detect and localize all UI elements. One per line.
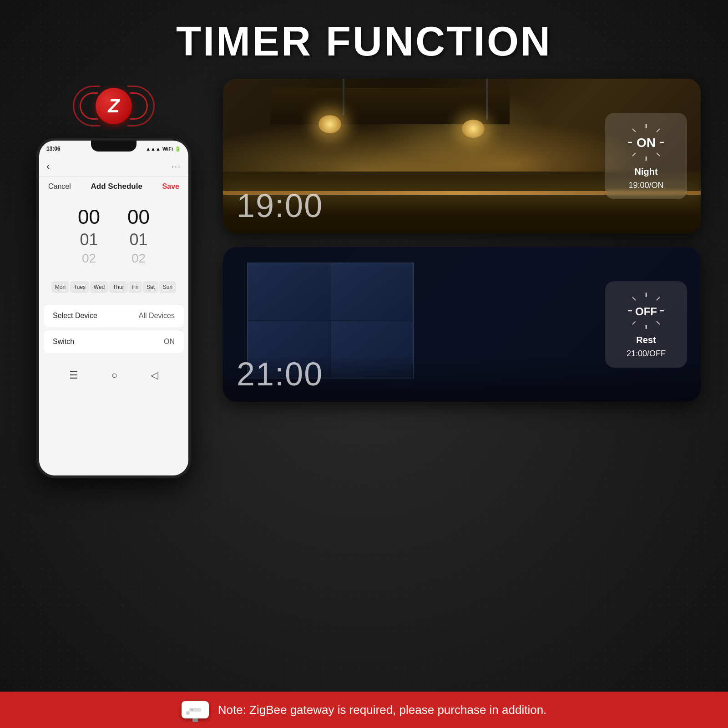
- scene-panel-bottom: 21:00 OFF: [223, 247, 701, 402]
- pendant-light-2: [462, 120, 485, 138]
- day-selector: Mon Tues Wed Thur Fri Sat Sun: [44, 275, 184, 299]
- phone-bottom-bar: ☰ ○ ◁: [39, 362, 188, 390]
- right-section: 19:00 ON: [223, 79, 701, 402]
- hour-main: 00: [78, 206, 100, 228]
- bottom-note-bar: Note: ZigBee gateway is required, please…: [0, 692, 728, 728]
- more-button[interactable]: ···: [172, 162, 181, 172]
- gateway-icon: [182, 701, 209, 718]
- switch-label: Switch: [53, 338, 74, 346]
- day-sat[interactable]: Sat: [143, 281, 158, 293]
- page-wrapper: TIMER FUNCTION Z: [0, 0, 728, 728]
- hour-secondary: 01: [80, 230, 98, 249]
- onoff-widget-bottom: OFF Rest 21:00/OFF: [605, 281, 687, 368]
- dial-svg-on: ON: [626, 122, 667, 163]
- gateway-led: [186, 711, 190, 715]
- svg-text:ON: ON: [637, 136, 656, 150]
- svg-rect-18: [189, 708, 201, 712]
- setting-rows: Select Device All Devices Switch ON: [39, 304, 188, 353]
- time-column-minutes: 00 01 02: [127, 206, 150, 266]
- time-columns: 00 01 02 00 01 02: [39, 206, 188, 266]
- left-section: Z 13:06 ▲▲▲ WiFi 🔋: [27, 79, 200, 478]
- phone-mockup: 13:06 ▲▲▲ WiFi 🔋 ‹ ··· Cancel: [36, 138, 191, 478]
- gateway-svg: [188, 706, 202, 713]
- scene-top-mode: Night: [634, 167, 657, 177]
- device-value: All Devices: [139, 312, 175, 320]
- day-mon[interactable]: Mon: [51, 281, 69, 293]
- minute-secondary: 01: [129, 230, 147, 249]
- minute-tertiary: 02: [131, 251, 146, 266]
- save-button[interactable]: Save: [162, 182, 179, 191]
- bottom-note-text: Note: ZigBee gateway is required, please…: [218, 703, 547, 717]
- day-wed[interactable]: Wed: [90, 281, 108, 293]
- day-thur[interactable]: Thur: [109, 281, 128, 293]
- scene-bottom-mode: Rest: [636, 335, 656, 345]
- svg-line-4: [632, 129, 636, 132]
- wifi-icon: WiFi: [162, 146, 173, 152]
- scene-bottom-schedule: 21:00/OFF: [627, 349, 666, 359]
- day-tues[interactable]: Tues: [70, 281, 89, 293]
- dial-on: ON: [626, 122, 667, 163]
- svg-line-7: [632, 153, 636, 156]
- scene-top-time: 19:00: [237, 187, 323, 224]
- schedule-title: Add Schedule: [91, 182, 142, 191]
- onoff-widget-top: ON Night 19:00/ON: [605, 113, 687, 199]
- device-row[interactable]: Select Device All Devices: [44, 304, 184, 327]
- scene-top-schedule: 19:00/ON: [628, 181, 663, 190]
- menu-icon[interactable]: ☰: [69, 369, 78, 381]
- cancel-button[interactable]: Cancel: [48, 182, 71, 191]
- svg-text:OFF: OFF: [635, 305, 657, 318]
- dial-off: OFF: [626, 290, 667, 331]
- content-area: Z 13:06 ▲▲▲ WiFi 🔋: [0, 79, 728, 478]
- phone-nav-bar: ‹ ···: [39, 157, 188, 177]
- switch-value: ON: [164, 338, 175, 346]
- svg-point-19: [191, 709, 193, 711]
- svg-line-6: [657, 129, 660, 132]
- device-label: Select Device: [53, 312, 97, 320]
- battery-icon: 🔋: [175, 146, 181, 152]
- scene-panel-top: 19:00 ON: [223, 79, 701, 233]
- day-fri[interactable]: Fri: [128, 281, 142, 293]
- window-pane-2: [331, 263, 413, 320]
- window-pane-1: [248, 263, 330, 320]
- status-icons: ▲▲▲ WiFi 🔋: [146, 146, 181, 152]
- switch-row[interactable]: Switch ON: [44, 330, 184, 353]
- pendant-light-1: [318, 115, 341, 133]
- svg-line-5: [657, 153, 660, 156]
- minute-main: 00: [127, 206, 150, 228]
- back-nav-icon[interactable]: ◁: [151, 369, 158, 381]
- back-button[interactable]: ‹: [46, 161, 50, 172]
- zigbee-letter: Z: [108, 95, 120, 117]
- zigbee-logo: Z: [77, 79, 150, 133]
- day-sun[interactable]: Sun: [159, 281, 176, 293]
- cabinet-top: [271, 88, 510, 124]
- svg-line-16: [632, 321, 636, 324]
- svg-line-13: [632, 297, 636, 300]
- dial-svg-off: OFF: [626, 290, 667, 331]
- hour-tertiary: 02: [82, 251, 96, 266]
- svg-line-15: [657, 297, 660, 300]
- svg-line-14: [657, 321, 660, 324]
- phone-time: 13:06: [46, 146, 61, 152]
- pendant-wire-1: [343, 79, 344, 115]
- home-icon[interactable]: ○: [111, 369, 117, 381]
- pendant-wire-2: [486, 79, 488, 120]
- phone-screen: ‹ ··· Cancel Add Schedule Save 00: [39, 157, 188, 475]
- time-column-hours: 00 01 02: [78, 206, 100, 266]
- page-title: TIMER FUNCTION: [176, 18, 552, 65]
- signal-icon: ▲▲▲: [146, 146, 161, 152]
- scene-bottom-time: 21:00: [237, 355, 323, 393]
- zigbee-circle: Z: [96, 88, 132, 124]
- schedule-header: Cancel Add Schedule Save: [39, 177, 188, 197]
- time-picker[interactable]: 00 01 02 00 01 02: [39, 197, 188, 275]
- phone-notch: [91, 141, 136, 152]
